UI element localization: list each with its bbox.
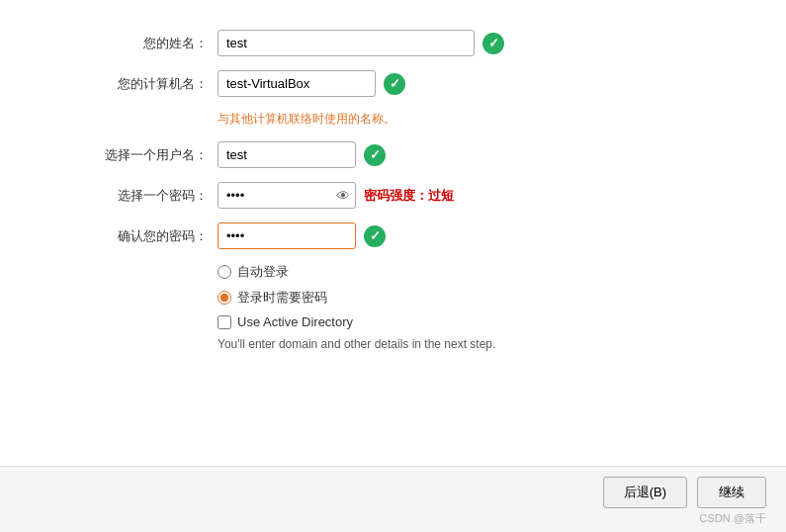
username-check-icon — [364, 144, 386, 166]
computer-row: 您的计算机名： — [40, 70, 746, 97]
use-ad-option[interactable]: Use Active Directory — [218, 314, 746, 329]
use-ad-label: Use Active Directory — [237, 314, 353, 329]
form-area: 您的姓名： 您的计算机名： 与其他计算机联络时使用的名称。 选择一个用户名： 选… — [40, 30, 746, 446]
computer-input[interactable] — [218, 70, 376, 97]
computer-hint-row: 与其他计算机联络时使用的名称。 — [40, 111, 746, 128]
password-input[interactable] — [218, 182, 356, 209]
back-button[interactable]: 后退(B) — [603, 477, 687, 508]
password-wrapper: 👁 — [218, 182, 356, 209]
confirm-label: 确认您的密码： — [40, 227, 218, 245]
confirm-row: 确认您的密码： — [40, 222, 746, 249]
name-check-icon — [482, 33, 504, 54]
confirm-check-icon — [364, 225, 386, 247]
require-password-radio[interactable] — [218, 291, 231, 305]
confirm-input[interactable] — [218, 222, 356, 249]
footer: 后退(B) 继续 CSDN @落千 — [0, 466, 786, 532]
username-row: 选择一个用户名： — [40, 141, 746, 168]
password-strength: 密码强度：过短 — [364, 187, 454, 205]
auto-login-radio[interactable] — [218, 265, 231, 279]
auto-login-label: 自动登录 — [237, 263, 289, 281]
computer-label: 您的计算机名： — [40, 75, 218, 93]
auto-login-option[interactable]: 自动登录 — [218, 263, 746, 281]
password-row: 选择一个密码： 👁 密码强度：过短 — [40, 182, 746, 209]
main-container: 您的姓名： 您的计算机名： 与其他计算机联络时使用的名称。 选择一个用户名： 选… — [0, 0, 786, 466]
name-row: 您的姓名： — [40, 30, 746, 56]
username-input[interactable] — [218, 141, 356, 168]
radio-group: 自动登录 登录时需要密码 Use Active Directory — [40, 263, 746, 329]
computer-hint: 与其他计算机联络时使用的名称。 — [218, 111, 395, 128]
name-label: 您的姓名： — [40, 35, 218, 52]
username-label: 选择一个用户名： — [40, 146, 218, 164]
require-password-label: 登录时需要密码 — [237, 289, 327, 307]
password-label: 选择一个密码： — [40, 187, 218, 205]
watermark: CSDN @落千 — [700, 509, 786, 526]
use-ad-checkbox[interactable] — [218, 315, 231, 329]
continue-button[interactable]: 继续 — [697, 477, 766, 508]
ad-hint: You'll enter domain and other details in… — [40, 337, 746, 351]
name-input[interactable] — [218, 30, 475, 56]
computer-check-icon — [384, 73, 405, 95]
require-password-option[interactable]: 登录时需要密码 — [218, 289, 746, 307]
show-password-button[interactable]: 👁 — [336, 188, 350, 204]
